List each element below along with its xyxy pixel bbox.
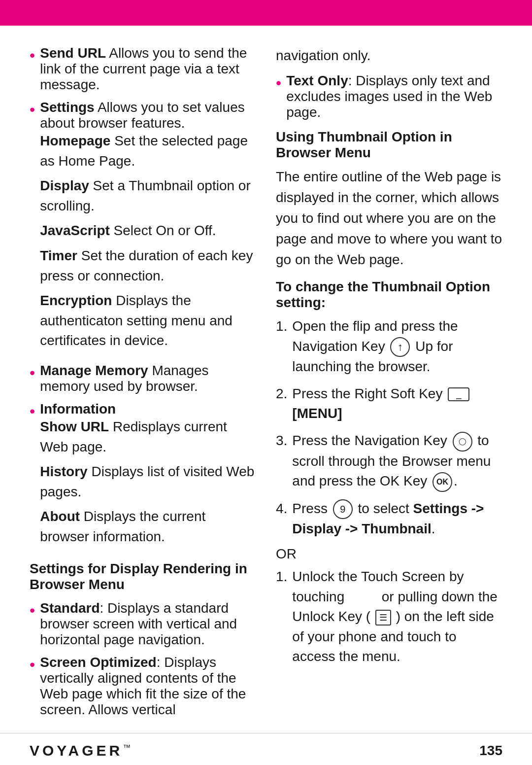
ok-key-icon: OK <box>432 472 452 492</box>
sub-entry-showurl: Show URL Redisplays current Web page. <box>40 417 256 457</box>
or-steps-list: 1. Unlock the Touch Screen by touching o… <box>276 567 502 667</box>
step-3-number: 3. <box>276 431 287 451</box>
step-2-number: 2. <box>276 384 287 404</box>
sub-entry-encryption: Encryption Displays the authenticaton se… <box>40 291 256 351</box>
step-4-end: Display -> Thumbnail <box>292 521 431 536</box>
sub-entry-homepage: Homepage Set the selected page as Home P… <box>40 131 256 171</box>
unlock-key-icon: ☰ <box>375 610 391 626</box>
menu-label: [MENU] <box>292 406 342 421</box>
or-step-1-content: Unlock the Touch Screen by touching or p… <box>292 567 502 667</box>
term-text-only: Text Only <box>286 73 348 88</box>
list-item: • Screen Optimized: Displays vertically … <box>30 655 256 718</box>
steps-list: 1. Open the flip and press the Navigatio… <box>276 316 502 539</box>
sub-entry-javascript: JavaScript Select On or Off. <box>40 221 256 241</box>
term-manage-memory: Manage Memory <box>40 363 148 378</box>
page-footer: VOYAGER™ 135 <box>0 733 532 759</box>
list-item: • Information Show URL Redisplays curren… <box>30 401 256 552</box>
section-change-thumbnail: To change the Thumbnail Option setting: … <box>276 279 502 667</box>
section-heading-change-thumbnail: To change the Thumbnail Option setting: <box>276 279 502 311</box>
bullet-content: Settings Allows you to set values about … <box>40 100 256 356</box>
bullet-dot: • <box>30 402 35 420</box>
right-column: navigation only. • Text Only: Displays o… <box>276 45 502 725</box>
or-label: OR <box>276 546 502 562</box>
term-timer: Timer <box>40 248 77 263</box>
list-item: • Standard: Displays a standard browser … <box>30 600 256 648</box>
list-item: • Settings Allows you to set values abou… <box>30 100 256 356</box>
main-content: • Send URL Allows you to send the link o… <box>0 26 532 765</box>
trademark-symbol: ™ <box>123 743 133 752</box>
bullet-content: Manage Memory Manages memory used by bro… <box>40 363 256 394</box>
list-item: • Manage Memory Manages memory used by b… <box>30 363 256 394</box>
step-2: 2. Press the Right Soft Key ⎯ [MENU] <box>276 384 502 424</box>
term-about: About <box>40 509 80 524</box>
bullet-dot: • <box>30 46 35 65</box>
or-step-1-number: 1. <box>276 567 287 587</box>
term-showurl: Show URL <box>40 419 109 434</box>
section-thumbnail: Using Thumbnail Option in Browser Menu T… <box>276 129 502 270</box>
term-information: Information <box>40 401 116 417</box>
text-javascript: Select On or Off. <box>110 223 216 238</box>
term-homepage: Homepage <box>40 133 110 148</box>
term-screen-optimized: Screen Optimized <box>40 655 157 670</box>
term-display: Display <box>40 178 89 193</box>
step-4-content: Press 9 to select Settings -> Display ->… <box>292 499 502 539</box>
bullet-dot: • <box>276 74 281 92</box>
bullet-dot: • <box>30 656 35 674</box>
term-settings: Settings <box>40 100 94 115</box>
bullet-content: Text Only: Displays only text and exclud… <box>286 73 502 120</box>
bullet-content: Screen Optimized: Displays vertically al… <box>40 655 256 718</box>
step-1: 1. Open the flip and press the Navigatio… <box>276 316 502 377</box>
num-9-key-icon: 9 <box>333 499 353 519</box>
or-step-1: 1. Unlock the Touch Screen by touching o… <box>276 567 502 667</box>
term-standard: Standard <box>40 600 100 616</box>
sub-entry-timer: Timer Set the duration of each key press… <box>40 246 256 286</box>
thumbnail-description: The entire outline of the Web page is di… <box>276 167 502 270</box>
page-number: 135 <box>479 743 502 759</box>
step-4-pre: Press <box>292 501 328 516</box>
step-2-content: Press the Right Soft Key ⎯ [MENU] <box>292 384 502 424</box>
bullet-dot: • <box>30 101 35 119</box>
brand-name: VOYAGER™ <box>30 742 133 759</box>
section-heading-thumbnail: Using Thumbnail Option in Browser Menu <box>276 129 502 161</box>
sub-entry-about: About Displays the current browser infor… <box>40 507 256 547</box>
step-3-text: Press the Navigation Key <box>292 433 447 448</box>
step-4: 4. Press 9 to select Settings -> Display… <box>276 499 502 539</box>
bullet-content: Standard: Displays a standard browser sc… <box>40 600 256 648</box>
step-1-number: 1. <box>276 316 287 337</box>
bullet-content: Send URL Allows you to send the link of … <box>40 45 256 93</box>
step-3-content: Press the Navigation Key ◯ to scroll thr… <box>292 431 502 492</box>
term-encryption: Encryption <box>40 293 112 308</box>
navigation-key-up-icon: ↑ <box>390 337 410 357</box>
bullet-dot: • <box>30 601 35 620</box>
term-history: History <box>40 464 87 479</box>
header-bar <box>0 0 532 26</box>
section-heading-display: Settings for Display Rendering in Browse… <box>30 561 256 592</box>
sub-entry-history: History Displays list of visited Web pag… <box>40 462 256 502</box>
bullet-dot: • <box>30 364 35 382</box>
brand-text: VOYAGER <box>30 742 123 759</box>
sub-entry-display: Display Set a Thumbnail option or scroll… <box>40 176 256 216</box>
step-4-number: 4. <box>276 499 287 519</box>
list-item: • Send URL Allows you to send the link o… <box>30 45 256 93</box>
bullet-content: Information Show URL Redisplays current … <box>40 401 256 552</box>
section-display-rendering: Settings for Display Rendering in Browse… <box>30 561 256 592</box>
step-3: 3. Press the Navigation Key ◯ to scroll … <box>276 431 502 492</box>
list-item: • Text Only: Displays only text and excl… <box>276 73 502 120</box>
step-2-text: Press the Right Soft Key <box>292 386 442 401</box>
term-send-url: Send URL <box>40 45 106 61</box>
step-1-content: Open the flip and press the Navigation K… <box>292 316 502 377</box>
navigation-key-circle-icon: ◯ <box>453 432 472 452</box>
step-4-bold: Settings -> <box>413 501 484 516</box>
navigation-only-text: navigation only. <box>276 45 502 66</box>
step-4-mid: to select <box>358 501 409 516</box>
left-column: • Send URL Allows you to send the link o… <box>30 45 256 725</box>
right-soft-key-icon: ⎯ <box>448 387 469 401</box>
term-javascript: JavaScript <box>40 223 110 238</box>
